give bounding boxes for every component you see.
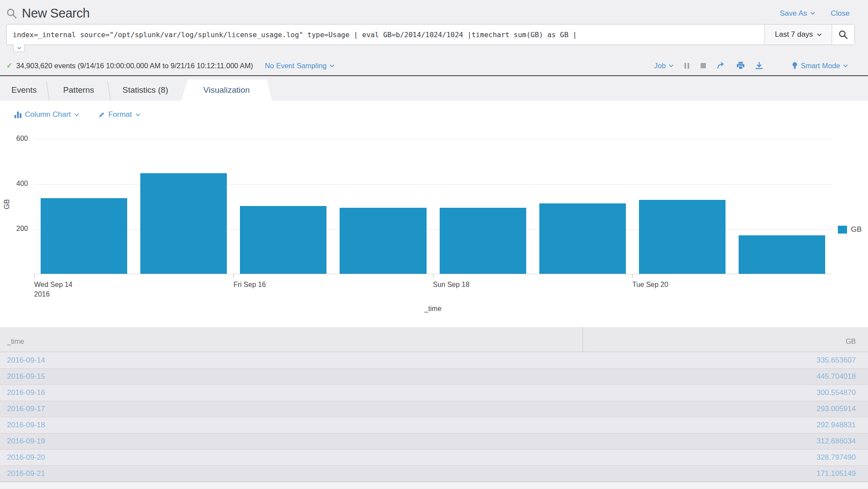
column-chart: 200400600 GB Wed Sep 142016Fri Sep 16Sun…: [0, 119, 868, 324]
chart-legend: GB: [838, 225, 862, 234]
top-actions: Save As Close: [780, 9, 850, 18]
search-query-input[interactable]: index=_internal source="/opt/splunk/var/…: [7, 24, 764, 45]
job-dropdown[interactable]: Job: [654, 62, 674, 70]
bar-2016-09-18[interactable]: [440, 208, 526, 274]
y-tick-label: 200: [0, 225, 28, 233]
pause-button[interactable]: [684, 63, 690, 69]
viz-controls: Column Chart Format: [0, 101, 868, 119]
column-chart-icon: [14, 112, 21, 118]
search-bar-expander[interactable]: [13, 45, 25, 52]
time-cell-link[interactable]: 2016-09-21: [7, 469, 45, 478]
print-button[interactable]: [736, 62, 745, 70]
y-axis-title: GB: [3, 199, 11, 209]
bar-2016-09-14[interactable]: [41, 198, 127, 274]
share-button[interactable]: [717, 62, 726, 70]
search-bar: index=_internal source="/opt/splunk/var/…: [6, 24, 855, 45]
column-header-gb[interactable]: GB: [583, 327, 868, 352]
time-cell-link[interactable]: 2016-09-20: [7, 453, 45, 461]
job-controls: Job Smart Mode: [654, 62, 848, 70]
tab-statistics[interactable]: Statistics (8): [109, 80, 181, 101]
table-row: 2016-09-20328.797490: [0, 449, 868, 465]
time-cell-link[interactable]: 2016-09-15: [7, 372, 45, 381]
results-table: _time GB 2016-09-14335.6536072016-09-154…: [0, 327, 868, 489]
title-bar: New Search Save As Close: [0, 0, 868, 24]
gb-cell-link[interactable]: 312.686034: [816, 437, 856, 445]
export-button[interactable]: [755, 62, 763, 70]
tab-bar: Events Patterns Statistics (8) Visualiza…: [0, 75, 868, 101]
tab-visualization[interactable]: Visualization: [181, 80, 272, 101]
page-title: New Search: [22, 6, 90, 21]
plot-area: [34, 139, 832, 274]
chevron-down-icon: [810, 12, 815, 15]
event-count: 34,903,620 events (9/14/16 10:00:00.000 …: [16, 62, 253, 70]
table-row: 2016-09-14335.653607: [0, 352, 868, 368]
x-tick-label: Wed Sep 142016: [34, 280, 73, 299]
success-check-icon: ✓: [6, 61, 13, 70]
gb-cell-link[interactable]: 335.653607: [816, 356, 856, 364]
table-row: 2016-09-17293.005914: [0, 401, 868, 417]
x-tick-label: Sun Sep 18: [433, 280, 470, 290]
chevron-down-icon: [817, 33, 822, 36]
time-cell-link[interactable]: 2016-09-14: [7, 356, 45, 364]
table-row: 2016-09-16300.554870: [0, 384, 868, 401]
time-cell-link[interactable]: 2016-09-16: [7, 388, 45, 397]
gb-cell-link[interactable]: 445.704018: [816, 372, 856, 381]
x-axis-title: _time: [34, 305, 832, 313]
table-header: _time GB: [0, 327, 868, 352]
bar-2016-09-21[interactable]: [739, 235, 825, 274]
time-range-picker[interactable]: Last 7 days: [764, 24, 832, 45]
table-row: 2016-09-19312.686034: [0, 433, 868, 449]
splunk-search-page: New Search Save As Close index=_internal…: [0, 0, 868, 489]
save-as-button[interactable]: Save As: [780, 9, 815, 18]
bar-2016-09-17[interactable]: [340, 208, 426, 274]
chevron-down-icon: [135, 113, 140, 116]
search-icon: [838, 30, 848, 40]
pencil-icon: [98, 112, 105, 118]
tab-events[interactable]: Events: [0, 80, 48, 101]
table-row: 2016-09-18292.948831: [0, 417, 868, 433]
tab-patterns[interactable]: Patterns: [48, 80, 109, 101]
search-title-icon: [6, 8, 17, 19]
chevron-down-icon: [669, 64, 674, 67]
y-tick-label: 600: [0, 135, 28, 143]
x-tick: [34, 274, 35, 278]
chevron-down-icon: [74, 113, 79, 116]
table-body: 2016-09-14335.6536072016-09-15445.704018…: [0, 352, 868, 482]
bar-2016-09-20[interactable]: [639, 200, 726, 274]
stop-button[interactable]: [700, 63, 706, 69]
bar-2016-09-15[interactable]: [140, 173, 227, 274]
y-tick-label: 400: [0, 180, 28, 188]
gb-cell-link[interactable]: 171.105149: [816, 469, 856, 478]
bar-2016-09-16[interactable]: [240, 206, 326, 274]
x-tick: [433, 274, 434, 278]
gb-cell-link[interactable]: 300.554870: [816, 388, 856, 397]
column-header-time[interactable]: _time: [0, 338, 583, 352]
x-tick: [233, 274, 234, 278]
search-submit-button[interactable]: [832, 24, 854, 45]
time-cell-link[interactable]: 2016-09-18: [7, 421, 45, 429]
x-tick-label: Tue Sep 20: [632, 280, 668, 290]
gb-cell-link[interactable]: 292.948831: [816, 421, 856, 429]
gb-cell-link[interactable]: 328.797490: [816, 453, 856, 461]
search-mode-dropdown[interactable]: Smart Mode: [792, 62, 848, 70]
close-button[interactable]: Close: [831, 9, 850, 18]
chart-type-dropdown[interactable]: Column Chart: [14, 110, 79, 119]
chevron-down-icon: [330, 64, 334, 67]
table-row: 2016-09-15445.704018: [0, 368, 868, 384]
bar-2016-09-19[interactable]: [539, 203, 626, 274]
visualization-panel: Column Chart Format 200400600 GB Wed Sep…: [0, 101, 868, 327]
table-row: 2016-09-21171.105149: [0, 465, 868, 482]
chevron-down-icon: [843, 64, 848, 67]
gb-cell-link[interactable]: 293.005914: [816, 405, 856, 413]
gridline: [34, 139, 832, 140]
format-dropdown[interactable]: Format: [98, 110, 140, 119]
chevron-down-icon: [17, 47, 21, 49]
time-cell-link[interactable]: 2016-09-17: [7, 405, 45, 413]
time-cell-link[interactable]: 2016-09-19: [7, 437, 45, 445]
lightbulb-icon: [792, 62, 798, 70]
x-tick-label: Fri Sep 16: [233, 280, 266, 290]
x-tick: [632, 274, 633, 278]
legend-label: GB: [851, 225, 862, 234]
x-axis-labels: Wed Sep 142016Fri Sep 16Sun Sep 18Tue Se…: [34, 274, 832, 300]
event-sampling-dropdown[interactable]: No Event Sampling: [265, 62, 334, 70]
